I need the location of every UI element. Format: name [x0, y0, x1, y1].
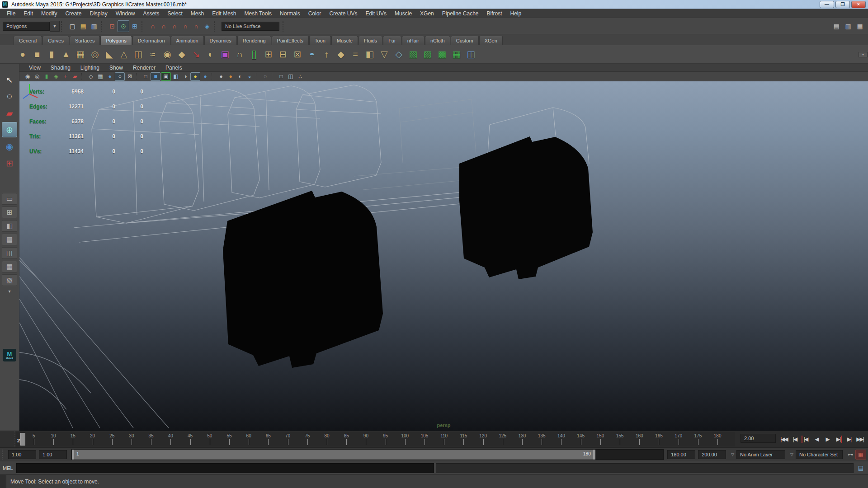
panel-bookmark-icon[interactable]: ▮ [42, 73, 51, 80]
lasso-tool[interactable]: ◌ [2, 89, 17, 104]
command-line-language-button[interactable]: MEL [3, 465, 16, 471]
shelf-poly-sphere-proj-icon[interactable]: ◐ [203, 47, 218, 61]
panel-shaded-textured-icon[interactable]: ● [226, 73, 235, 80]
snap-view-plane-icon[interactable]: ∩ [191, 21, 202, 32]
set-key-icon[interactable]: ⊶ [845, 450, 855, 459]
play-backwards-button[interactable]: ◀ [812, 434, 821, 445]
layout-hypershade-button[interactable]: ◫ [2, 247, 17, 259]
panel-shaded-mode-icon[interactable]: ■ [151, 72, 160, 81]
panel-menu-panels[interactable]: Panels [160, 65, 187, 71]
separator[interactable] [61, 21, 66, 32]
shelf-poly-pipe-icon[interactable]: ◫ [131, 47, 146, 61]
close-button[interactable]: × [851, 1, 866, 8]
shelf-sculpt-arrow-icon[interactable]: ↘ [189, 47, 203, 61]
crate-silhouette-right[interactable] [459, 136, 593, 279]
shelf-quad-draw-icon[interactable]: ◇ [392, 47, 406, 61]
panel-image-plane-icon[interactable]: ◈ [52, 73, 61, 80]
menu-create[interactable]: Create [61, 10, 85, 17]
character-set-dropdown-icon[interactable]: ▽ [790, 452, 793, 457]
panel-menu-show[interactable]: Show [104, 65, 128, 71]
panel-wireframe-mode-icon[interactable]: □ [141, 73, 150, 80]
layout-persp-graph-button[interactable]: ▤ [2, 234, 17, 245]
panel-menu-shading[interactable]: Shading [46, 65, 75, 71]
panel-default-light-icon[interactable]: ● [190, 72, 200, 81]
shelf-tab-painteffects[interactable]: PaintEffects [272, 36, 309, 45]
open-scene-icon[interactable]: ▤ [78, 21, 89, 32]
shelf-paint-texture-cube-icon[interactable]: ▣ [218, 47, 232, 61]
shelf-mirror-icon[interactable]: ◧ [363, 47, 377, 61]
menu-select[interactable]: Select [163, 10, 186, 17]
panel-lit-sphere-icon[interactable]: ● [105, 73, 114, 80]
panel-menu-lighting[interactable]: Lighting [75, 65, 104, 71]
minimize-button[interactable]: — [820, 1, 834, 8]
range-slider-grip[interactable] [2, 450, 7, 460]
menu-mesh[interactable]: Mesh [187, 10, 208, 17]
shelf-poly-pyramid-icon[interactable]: △ [117, 47, 131, 61]
shelf-extrude-icon[interactable]: ↑ [319, 47, 334, 61]
layout-persp-uv-button[interactable]: ▧ [2, 274, 17, 286]
menu-muscle[interactable]: Muscle [391, 10, 416, 17]
shelf-uv-cylindrical-icon[interactable]: ▩ [435, 47, 449, 61]
snap-projected-center-icon[interactable]: ∩ [180, 21, 191, 32]
panel-textured-mode-icon[interactable]: ▣ [161, 72, 171, 81]
script-editor-icon[interactable]: ▤ [856, 464, 865, 473]
menu-set-dropdown-arrow[interactable]: ▼ [50, 21, 60, 32]
panel-isolate-view-icon[interactable]: □ [277, 73, 286, 80]
panel-half-shade-icon[interactable]: ◐ [236, 73, 245, 80]
shelf-uv-planar-icon[interactable]: ▧ [406, 47, 420, 61]
shelf-reduce-icon[interactable]: ▽ [377, 47, 392, 61]
shelf-tab-nhair[interactable]: nHair [402, 36, 425, 45]
rotate-tool[interactable]: ◉ [2, 139, 17, 154]
anim-layer-field[interactable]: No Anim Layer [736, 450, 785, 459]
menu-color[interactable]: Color [304, 10, 326, 17]
layout-persp-outliner-button[interactable]: ◧ [2, 220, 17, 232]
snap-grid-icon[interactable]: ∩ [147, 21, 158, 32]
playback-start-field[interactable]: 1.00 [39, 450, 67, 459]
snap-point-icon[interactable]: ∩ [169, 21, 180, 32]
separator[interactable] [283, 21, 287, 32]
shelf-extract-icon[interactable]: ⊠ [290, 47, 305, 61]
menu-edit-mesh[interactable]: Edit Mesh [208, 10, 240, 17]
menu-edit-uvs[interactable]: Edit UVs [361, 10, 391, 17]
shelf-overflow-arrow-button[interactable]: ▾ [859, 52, 868, 57]
panel-checker-ball-icon[interactable]: ◑ [181, 73, 190, 80]
panel-default-material-icon[interactable]: ● [217, 73, 226, 80]
panel-film-gate-icon[interactable]: ▦ [96, 73, 105, 80]
shelf-tab-surfaces[interactable]: Surfaces [70, 36, 100, 45]
current-time-field[interactable]: 2.00 [741, 434, 776, 443]
panel-camera-attrs-icon[interactable]: ◎ [33, 73, 42, 80]
layout-uv-editor-button[interactable]: ▦ [2, 261, 17, 272]
command-line-input[interactable] [16, 463, 434, 473]
menu-file[interactable]: File [3, 10, 19, 17]
menu-set-selector[interactable]: Polygons [3, 22, 50, 31]
layout-four-pane-button[interactable]: ⊞ [2, 206, 17, 218]
shelf-tab-rendering[interactable]: Rendering [237, 36, 271, 45]
menu-modify[interactable]: Modify [37, 10, 61, 17]
shelf-tab-fur[interactable]: Fur [383, 36, 401, 45]
animation-start-field[interactable]: 1.00 [8, 450, 36, 459]
panel-use-all-lights-icon[interactable]: ◧ [171, 73, 180, 80]
menu-mesh-tools[interactable]: Mesh Tools [241, 10, 276, 17]
shelf-poly-cylinder-icon[interactable]: ▮ [44, 47, 59, 61]
select-component-icon[interactable]: ⊞ [129, 21, 140, 32]
snap-curve-icon[interactable]: ∩ [158, 21, 169, 32]
auto-keyframe-toggle[interactable]: ▦ [855, 450, 866, 460]
shelf-poly-helix-icon[interactable]: ≈ [146, 47, 160, 61]
shelf-tab-general[interactable]: General [14, 36, 42, 45]
playback-end-field[interactable]: 180.00 [667, 450, 695, 459]
step-forward-frame-button[interactable]: ▶| [844, 434, 854, 445]
step-back-frame-button[interactable]: |◀ [790, 434, 799, 445]
panel-isolate-select-icon[interactable]: ◇ [86, 73, 95, 80]
shelf-bevel-icon[interactable]: ◆ [334, 47, 348, 61]
menu-display[interactable]: Display [85, 10, 111, 17]
panel-camera-icon[interactable]: ◉ [23, 73, 32, 80]
panel-pivot-icon[interactable]: + [61, 73, 70, 80]
panel-menu-view[interactable]: View [24, 65, 46, 71]
panel-eraser-icon[interactable]: ▰ [71, 73, 80, 80]
play-forwards-button[interactable]: ▶ [823, 434, 832, 445]
panel-blue-light-icon[interactable]: ● [201, 73, 210, 80]
save-scene-icon[interactable]: ▥ [89, 21, 99, 32]
panel-checker-icon[interactable]: ⊠ [125, 73, 134, 80]
panel-highlight-ring-icon[interactable]: ○ [115, 72, 125, 81]
menu-window[interactable]: Window [112, 10, 139, 17]
